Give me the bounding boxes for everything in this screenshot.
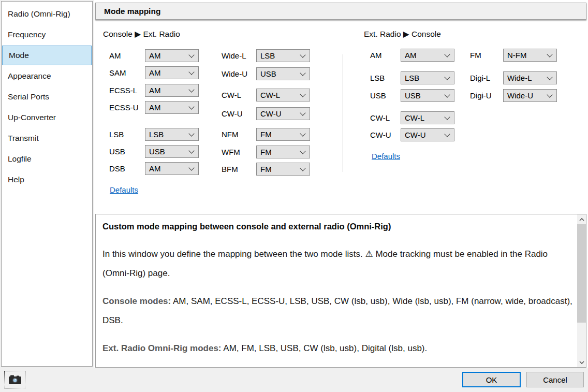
- combo-value: CW-L: [260, 91, 301, 99]
- select-console-am[interactable]: AM: [145, 49, 199, 62]
- mapping-row: FM N-FM: [470, 49, 557, 62]
- sidebar-item-serial-ports[interactable]: Serial Ports: [2, 86, 92, 107]
- ext-modes-label: Ext. Radio Omni-Rig modes:: [102, 343, 222, 353]
- label-console-cw-l: CW-L: [222, 91, 256, 99]
- select-radio-digi-u[interactable]: Wide-U: [503, 89, 557, 102]
- select-radio-cw-l[interactable]: CW-L: [401, 111, 454, 124]
- combo-value: FM: [260, 148, 301, 156]
- select-console-wide-l[interactable]: LSB: [256, 49, 310, 62]
- combo-value: N-FM: [507, 51, 548, 60]
- sidebar-item-up-converter[interactable]: Up-Converter: [2, 107, 92, 128]
- combo-value: FM: [260, 165, 301, 173]
- cancel-button[interactable]: Cancel: [526, 372, 584, 387]
- combo-value: AM: [149, 68, 189, 77]
- page-title: Mode mapping: [104, 7, 160, 16]
- combo-value: LSB: [405, 74, 445, 82]
- info-scrollbar[interactable]: [577, 214, 586, 367]
- sidebar-item-appearance[interactable]: Appearance: [2, 66, 92, 86]
- select-console-wide-u[interactable]: USB: [256, 67, 310, 80]
- section-title-console-to-radio: Console ▶ Ext. Radio: [103, 30, 180, 39]
- label-radio-digi-u: Digi-U: [470, 91, 503, 100]
- chevron-down-icon: [444, 51, 450, 57]
- select-console-cw-l[interactable]: CW-L: [256, 89, 310, 101]
- mapping-row: Wide-L LSB: [222, 49, 310, 62]
- label-console-cw-u: CW-U: [222, 109, 256, 118]
- sidebar-item-transmit[interactable]: Transmit: [2, 128, 92, 149]
- chevron-down-icon: [444, 114, 450, 120]
- mapping-row: WFM FM: [222, 146, 310, 158]
- scroll-up-button[interactable]: [577, 215, 586, 224]
- main-panel: Mode mapping Console ▶ Ext. Radio Ext. R…: [94, 0, 588, 368]
- info-paragraph-console-modes: Console modes: AM, SAM, ECSS-L, ECSS-U, …: [102, 292, 574, 330]
- select-console-nfm[interactable]: FM: [256, 128, 310, 141]
- select-console-ecss-u[interactable]: AM: [145, 101, 199, 114]
- combo-value: AM: [149, 51, 189, 60]
- mapping-row: DSB AM: [109, 162, 199, 175]
- select-radio-lsb[interactable]: LSB: [401, 71, 454, 84]
- mapping-row: USB USB: [109, 145, 199, 158]
- label-console-nfm: NFM: [222, 130, 256, 139]
- combo-value: USB: [405, 91, 445, 100]
- combo-value: LSB: [149, 130, 189, 139]
- defaults-link-console[interactable]: Defaults: [110, 185, 138, 194]
- ok-button[interactable]: OK: [462, 372, 521, 387]
- label-radio-cw-l: CW-L: [370, 113, 401, 122]
- mapping-row: CW-L CW-L: [370, 111, 454, 124]
- scroll-down-button[interactable]: [577, 358, 586, 367]
- combo-value: AM: [405, 51, 445, 60]
- select-console-sam[interactable]: AM: [145, 66, 199, 79]
- sidebar-item-frequency[interactable]: Frequency: [2, 24, 92, 45]
- label-console-am: AM: [109, 51, 145, 60]
- chevron-down-icon: [300, 165, 305, 171]
- combo-value: AM: [149, 103, 189, 112]
- combo-value: FM: [260, 130, 301, 139]
- sidebar-item-help[interactable]: Help: [2, 169, 92, 190]
- defaults-link-radio[interactable]: Defaults: [372, 152, 400, 161]
- combo-value: USB: [149, 147, 189, 156]
- chevron-down-icon: [188, 165, 194, 170]
- mapping-row: Digi-L Wide-L: [470, 71, 557, 84]
- mapping-row: BFM FM: [222, 163, 310, 176]
- select-console-ecss-l[interactable]: AM: [145, 84, 199, 97]
- chevron-down-icon: [188, 86, 194, 92]
- label-console-dsb: DSB: [109, 164, 145, 173]
- mapping-row: SAM AM: [109, 66, 199, 79]
- select-console-dsb[interactable]: AM: [145, 162, 199, 175]
- mapping-row: AM AM: [109, 49, 199, 62]
- chevron-up-icon: [579, 218, 584, 221]
- mapping-row: USB USB: [370, 89, 454, 102]
- select-console-wfm[interactable]: FM: [256, 146, 310, 158]
- select-console-cw-u[interactable]: CW-U: [256, 107, 310, 120]
- chevron-down-icon: [300, 70, 305, 76]
- label-console-ecss-u: ECSS-U: [109, 103, 145, 112]
- select-console-bfm[interactable]: FM: [256, 163, 310, 176]
- ext-modes-text: AM, FM, LSB, USB, CW (lsb, usb), Digital…: [222, 343, 428, 353]
- select-radio-fm[interactable]: N-FM: [503, 49, 557, 62]
- info-panel: Custom mode mapping between console and …: [95, 214, 586, 368]
- info-content: Custom mode mapping between console and …: [102, 214, 574, 358]
- label-radio-fm: FM: [470, 51, 503, 60]
- mapping-row: LSB LSB: [109, 128, 199, 141]
- select-console-usb[interactable]: USB: [145, 145, 199, 158]
- combo-value: AM: [149, 164, 189, 173]
- mapping-row: CW-L CW-L: [222, 89, 310, 101]
- sidebar-item-mode[interactable]: Mode: [2, 46, 92, 65]
- label-console-bfm: BFM: [222, 165, 256, 173]
- select-console-lsb[interactable]: LSB: [145, 128, 199, 141]
- page-header: Mode mapping: [95, 3, 586, 20]
- sidebar-item-logfile[interactable]: Logfile: [2, 149, 92, 169]
- combo-value: CW-U: [405, 130, 445, 139]
- chevron-down-icon: [300, 52, 305, 57]
- chevron-down-icon: [300, 91, 305, 97]
- select-radio-digi-l[interactable]: Wide-L: [503, 71, 557, 84]
- screenshot-button[interactable]: [4, 371, 25, 388]
- chevron-down-icon: [547, 51, 552, 57]
- label-radio-am: AM: [370, 51, 401, 60]
- combo-value: CW-U: [260, 109, 301, 118]
- label-radio-digi-l: Digi-L: [470, 74, 503, 82]
- scrollbar-thumb[interactable]: [577, 224, 586, 323]
- select-radio-usb[interactable]: USB: [401, 89, 454, 102]
- sidebar-item-radio-omni-rig[interactable]: Radio (Omni-Rig): [2, 4, 92, 24]
- select-radio-am[interactable]: AM: [401, 49, 454, 62]
- select-radio-cw-u[interactable]: CW-U: [401, 128, 454, 141]
